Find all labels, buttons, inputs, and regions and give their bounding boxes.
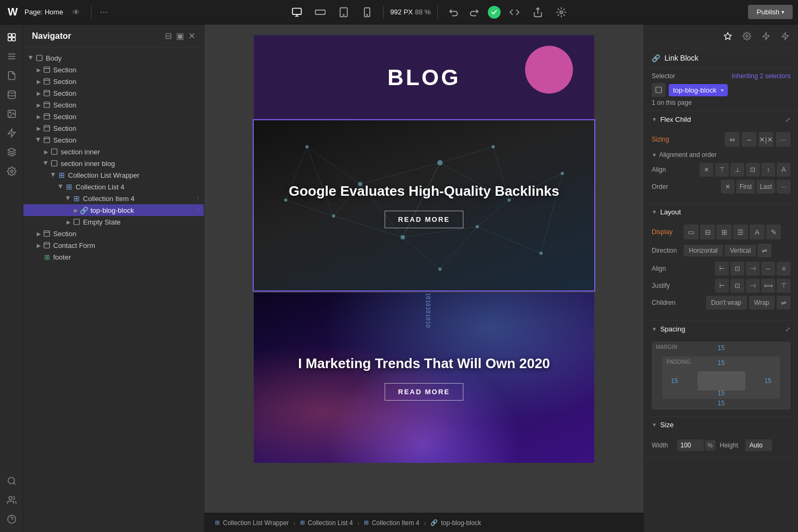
tree-item-section7[interactable]: ▶ Section bbox=[23, 134, 204, 146]
order-btn-more[interactable]: ··· bbox=[777, 180, 791, 194]
breadcrumb-clw[interactable]: ⊞ Collection List Wrapper bbox=[211, 519, 293, 527]
rp-spacing-header[interactable]: ▼ Spacing ⤢ bbox=[644, 321, 798, 337]
padding-top-value[interactable]: 15 bbox=[662, 359, 780, 367]
blog-card-1[interactable]: Google Evaluates High-Quality Backlinks … bbox=[254, 120, 594, 290]
rp-lightning-icon[interactable] bbox=[777, 28, 794, 45]
order-btn-last[interactable]: Last bbox=[757, 180, 775, 194]
children-dontwrap-btn[interactable]: Don't wrap bbox=[706, 296, 747, 310]
justify-start[interactable]: ⊢ bbox=[715, 279, 729, 293]
tree-item-collection-item-4[interactable]: ▶ ⊞ Collection Item 4 ↑ bbox=[23, 193, 204, 204]
justify-end[interactable]: ⊣ bbox=[746, 279, 760, 293]
display-btn-inline[interactable]: ☰ bbox=[733, 225, 748, 239]
eye-icon[interactable]: 👁 bbox=[68, 4, 85, 21]
padding-bottom-value[interactable]: 15 bbox=[662, 389, 780, 397]
navigator-icon[interactable] bbox=[3, 48, 20, 65]
rp-flex-child-header[interactable]: ▼ Flex Child ⤢ bbox=[644, 111, 798, 128]
tablet-landscape-icon[interactable] bbox=[311, 3, 330, 22]
split-view-icon[interactable]: ▣ bbox=[176, 31, 184, 41]
tree-item-section6[interactable]: ▶ Section bbox=[23, 122, 204, 134]
redo-icon[interactable] bbox=[464, 3, 484, 22]
rp-layout-header[interactable]: ▼ Layout bbox=[644, 204, 798, 220]
pages-icon[interactable] bbox=[3, 67, 20, 84]
justify-center[interactable]: ⊡ bbox=[730, 279, 744, 293]
sizing-btn-expand[interactable]: ↔ bbox=[742, 132, 757, 147]
tree-item-top-blog-block[interactable]: ▶ 🔗 top-blog-block ↑ bbox=[23, 204, 204, 216]
tree-item-section4[interactable]: ▶ Section bbox=[23, 99, 204, 111]
breadcrumb-tbb[interactable]: 🔗 top-blog-block bbox=[426, 519, 485, 527]
rp-size-header[interactable]: ▼ Size bbox=[644, 417, 798, 433]
users-icon[interactable] bbox=[3, 492, 20, 509]
tree-item-collection-list-4[interactable]: ▶ ⊞ Collection List 4 bbox=[23, 181, 204, 193]
duplicate-layout-icon[interactable]: ⊟ bbox=[165, 31, 172, 41]
align-btn-x[interactable]: ✕ bbox=[700, 163, 713, 177]
breadcrumb-cl4[interactable]: ⊞ Collection List 4 bbox=[296, 519, 358, 527]
interactions-icon[interactable] bbox=[3, 124, 20, 142]
layout-align-start[interactable]: ⊢ bbox=[715, 262, 729, 276]
display-btn-block[interactable]: ▭ bbox=[684, 225, 699, 239]
direction-vertical-btn[interactable]: Vertical bbox=[725, 245, 756, 256]
tree-item-section3[interactable]: ▶ Section bbox=[23, 87, 204, 99]
spacing-expand-icon[interactable]: ⤢ bbox=[785, 326, 791, 333]
order-btn-x[interactable]: ✕ bbox=[721, 180, 735, 194]
share-icon[interactable] bbox=[528, 3, 547, 22]
tree-item-section2[interactable]: ▶ Section bbox=[23, 76, 204, 87]
alignment-order-header[interactable]: ▼ Alignment and order bbox=[652, 151, 791, 159]
tablet-icon[interactable] bbox=[334, 3, 353, 22]
display-btn-text[interactable]: A bbox=[750, 225, 764, 239]
card2-read-more[interactable]: READ MORE bbox=[385, 383, 463, 401]
card1-read-more[interactable]: READ MORE bbox=[385, 211, 463, 228]
rp-selector-inherit[interactable]: Inheriting 2 selectors bbox=[732, 72, 791, 80]
display-btn-grid[interactable]: ⊞ bbox=[717, 225, 732, 239]
sizing-btn-more[interactable]: ··· bbox=[776, 132, 791, 147]
align-btn-stretch[interactable]: ↕ bbox=[761, 163, 775, 177]
add-elements-icon[interactable] bbox=[3, 29, 20, 46]
flex-child-expand-icon[interactable]: ⤢ bbox=[785, 116, 791, 123]
margin-top-value[interactable]: 15 bbox=[652, 344, 791, 352]
layout-align-baseline[interactable]: ≡ bbox=[777, 262, 791, 276]
mobile-icon[interactable] bbox=[358, 3, 377, 22]
components-icon[interactable] bbox=[3, 144, 20, 161]
layout-align-stretch[interactable]: ↔ bbox=[761, 262, 775, 276]
style-guide-icon[interactable] bbox=[552, 3, 571, 22]
breadcrumb-ci4[interactable]: ⊞ Collection Item 4 bbox=[360, 519, 423, 527]
blog-card-2[interactable]: 1010101010 I Marketing Trends That Will … bbox=[254, 293, 594, 463]
layout-align-end[interactable]: ⊣ bbox=[746, 262, 760, 276]
margin-bottom-value[interactable]: 15 bbox=[652, 400, 791, 407]
display-btn-flex[interactable]: ⊟ bbox=[700, 225, 715, 239]
rp-interactions-icon[interactable] bbox=[758, 28, 775, 45]
direction-reverse-icon[interactable]: ⇌ bbox=[758, 244, 771, 257]
code-editor-icon[interactable] bbox=[505, 3, 524, 22]
padding-left-value[interactable]: 15 bbox=[671, 377, 678, 385]
more-icon[interactable]: ··· bbox=[98, 6, 110, 18]
canvas-content[interactable]: BLOG bbox=[204, 24, 644, 513]
order-btn-first[interactable]: First bbox=[736, 180, 755, 194]
align-btn-center[interactable]: ⊥ bbox=[730, 163, 744, 177]
tree-item-section-inner[interactable]: ▶ section inner bbox=[23, 146, 204, 157]
rp-style-icon[interactable] bbox=[719, 28, 736, 45]
close-navigator-icon[interactable]: ✕ bbox=[188, 31, 195, 41]
direction-horizontal-btn[interactable]: Horizontal bbox=[684, 245, 723, 256]
tree-item-section8[interactable]: ▶ Section bbox=[23, 228, 204, 239]
height-value[interactable]: Auto bbox=[745, 439, 772, 451]
align-btn-bottom[interactable]: ⊡ bbox=[746, 163, 760, 177]
layout-align-center[interactable]: ⊡ bbox=[730, 262, 744, 276]
settings-icon[interactable] bbox=[3, 163, 20, 180]
align-btn-top[interactable]: ⊤ bbox=[715, 163, 729, 177]
undo-icon[interactable] bbox=[444, 3, 463, 22]
rp-settings-icon[interactable] bbox=[738, 28, 755, 45]
sizing-btn-shrink[interactable]: ✕|✕ bbox=[759, 132, 774, 147]
help-icon[interactable] bbox=[3, 511, 20, 528]
width-input[interactable] bbox=[677, 439, 704, 451]
tree-item-empty-state[interactable]: ▶ Empty State bbox=[23, 216, 204, 228]
cms-icon[interactable] bbox=[3, 86, 20, 103]
children-reverse-icon[interactable]: ⇌ bbox=[777, 296, 791, 310]
search-icon[interactable] bbox=[3, 472, 20, 489]
tree-item-contact-form[interactable]: ▶ Contact Form bbox=[23, 239, 204, 251]
display-btn-none[interactable]: ✎ bbox=[766, 225, 781, 239]
publish-button[interactable]: Publish ▾ bbox=[748, 5, 793, 19]
assets-icon[interactable] bbox=[3, 105, 20, 122]
tree-item-body[interactable]: ▶ Body bbox=[23, 52, 204, 64]
desktop-icon[interactable] bbox=[287, 3, 306, 22]
children-wrap-btn[interactable]: Wrap bbox=[749, 296, 775, 310]
tree-item-section1[interactable]: ▶ Section bbox=[23, 64, 204, 76]
